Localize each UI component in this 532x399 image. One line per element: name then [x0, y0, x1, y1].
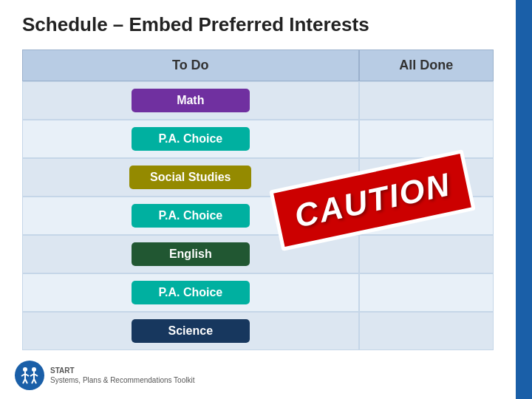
- subject-button[interactable]: English: [132, 242, 250, 266]
- start-logo-name: START: [50, 366, 75, 375]
- start-logo: START Systems, Plans & Recommendations T…: [13, 359, 194, 392]
- todo-cell: Math: [22, 81, 359, 120]
- table-header-row: To Do All Done: [22, 50, 494, 81]
- table-row: P.A. Choice: [22, 120, 494, 158]
- todo-cell: Social Studies: [22, 158, 359, 197]
- blue-sidebar-bar: [516, 0, 532, 399]
- subject-button[interactable]: Science: [132, 319, 250, 343]
- svg-point-7: [32, 367, 36, 372]
- start-logo-text: START Systems, Plans & Recommendations T…: [50, 366, 194, 385]
- subject-button[interactable]: Social Studies: [129, 166, 251, 189]
- done-cell: [359, 273, 494, 312]
- start-logo-subtitle: Systems, Plans & Recommendations Toolkit: [50, 376, 194, 384]
- svg-point-0: [15, 361, 44, 390]
- table-row: P.A. Choice: [22, 273, 494, 312]
- subject-button[interactable]: Math: [132, 89, 250, 112]
- subject-button[interactable]: P.A. Choice: [132, 127, 250, 151]
- start-logo-icon: [13, 359, 46, 392]
- done-cell: [359, 120, 494, 158]
- todo-cell: P.A. Choice: [22, 273, 359, 312]
- table-row: Science: [22, 312, 494, 350]
- done-cell: [359, 158, 494, 197]
- done-cell: [359, 312, 494, 350]
- todo-cell: P.A. Choice: [22, 120, 359, 158]
- todo-cell: Science: [22, 312, 359, 350]
- table-row: Social Studies: [22, 158, 494, 197]
- subject-button[interactable]: P.A. Choice: [132, 204, 250, 228]
- table-row: English: [22, 235, 494, 273]
- done-cell: [359, 235, 494, 273]
- header-alldone: All Done: [359, 50, 494, 81]
- todo-cell: English: [22, 235, 359, 273]
- table-row: Math: [22, 81, 494, 120]
- page-title: Schedule – Embed Preferred Interests: [22, 13, 494, 36]
- done-cell: [359, 81, 494, 120]
- table-row: P.A. Choice: [22, 197, 494, 235]
- svg-point-1: [23, 367, 27, 372]
- schedule-table-wrapper: To Do All Done MathP.A. ChoiceSocial Stu…: [22, 50, 494, 350]
- schedule-table: To Do All Done MathP.A. ChoiceSocial Stu…: [22, 50, 494, 350]
- done-cell: [359, 197, 494, 235]
- todo-cell: P.A. Choice: [22, 197, 359, 235]
- subject-button[interactable]: P.A. Choice: [132, 281, 250, 304]
- header-todo: To Do: [22, 50, 359, 81]
